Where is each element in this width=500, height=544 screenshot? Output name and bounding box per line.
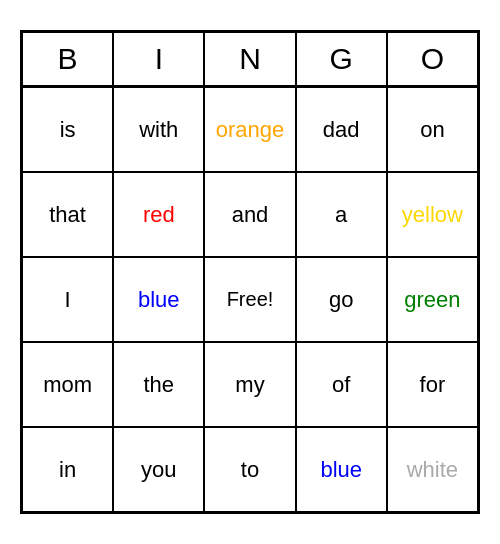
header-row: BINGO — [22, 32, 478, 87]
bingo-cell-r4-c1: you — [113, 427, 204, 512]
bingo-cell-r4-c3: blue — [296, 427, 387, 512]
bingo-row-0: iswithorangedadon — [22, 87, 478, 172]
bingo-row-4: inyoutobluewhite — [22, 427, 478, 512]
bingo-row-3: momthemyoffor — [22, 342, 478, 427]
bingo-cell-r3-c1: the — [113, 342, 204, 427]
bingo-cell-r0-c3: dad — [296, 87, 387, 172]
bingo-cell-r1-c4: yellow — [387, 172, 478, 257]
bingo-cell-r2-c0: I — [22, 257, 113, 342]
bingo-row-1: thatredandayellow — [22, 172, 478, 257]
bingo-cell-r3-c0: mom — [22, 342, 113, 427]
bingo-cell-r2-c3: go — [296, 257, 387, 342]
header-cell-i: I — [113, 32, 204, 87]
bingo-cell-r0-c0: is — [22, 87, 113, 172]
bingo-cell-r1-c2: and — [204, 172, 295, 257]
bingo-cell-r2-c4: green — [387, 257, 478, 342]
bingo-cell-r3-c4: for — [387, 342, 478, 427]
bingo-row-2: IblueFree!gogreen — [22, 257, 478, 342]
bingo-cell-r3-c2: my — [204, 342, 295, 427]
bingo-cell-r1-c3: a — [296, 172, 387, 257]
header-cell-o: O — [387, 32, 478, 87]
bingo-cell-r0-c2: orange — [204, 87, 295, 172]
bingo-cell-r0-c4: on — [387, 87, 478, 172]
bingo-cell-r1-c1: red — [113, 172, 204, 257]
header-cell-b: B — [22, 32, 113, 87]
bingo-cell-r0-c1: with — [113, 87, 204, 172]
bingo-card: BINGO iswithorangedadonthatredandayellow… — [20, 30, 480, 514]
bingo-cell-r3-c3: of — [296, 342, 387, 427]
header-cell-g: G — [296, 32, 387, 87]
header-cell-n: N — [204, 32, 295, 87]
bingo-cell-r4-c0: in — [22, 427, 113, 512]
bingo-cell-r2-c1: blue — [113, 257, 204, 342]
bingo-cell-r4-c4: white — [387, 427, 478, 512]
bingo-cell-r1-c0: that — [22, 172, 113, 257]
bingo-cell-r2-c2: Free! — [204, 257, 295, 342]
bingo-cell-r4-c2: to — [204, 427, 295, 512]
